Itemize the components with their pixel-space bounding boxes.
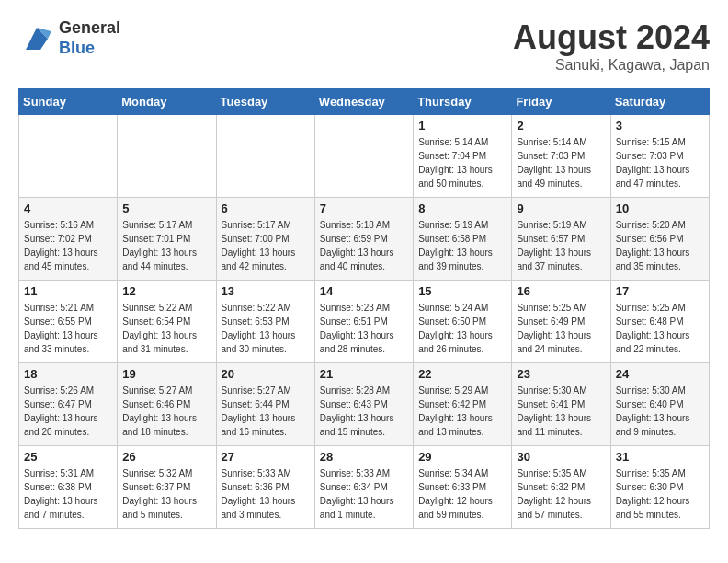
calendar-cell: 12Sunrise: 5:22 AM Sunset: 6:54 PM Dayli…: [118, 281, 216, 363]
logo-text: General Blue: [59, 18, 120, 58]
day-number: 19: [122, 367, 210, 381]
day-number: 16: [517, 284, 605, 298]
calendar-cell: 18Sunrise: 5:26 AM Sunset: 6:47 PM Dayli…: [19, 363, 118, 446]
weekday-header-thursday: Thursday: [414, 89, 512, 115]
calendar-week-3: 11Sunrise: 5:21 AM Sunset: 6:55 PM Dayli…: [19, 281, 710, 363]
day-number: 5: [122, 201, 210, 215]
day-info: Sunrise: 5:22 AM Sunset: 6:53 PM Dayligh…: [222, 301, 310, 356]
day-info: Sunrise: 5:26 AM Sunset: 6:47 PM Dayligh…: [24, 384, 112, 439]
day-info: Sunrise: 5:14 AM Sunset: 7:04 PM Dayligh…: [418, 135, 506, 190]
calendar-cell: 3Sunrise: 5:15 AM Sunset: 7:03 PM Daylig…: [610, 115, 709, 198]
day-number: 25: [24, 450, 112, 464]
weekday-header-tuesday: Tuesday: [216, 89, 314, 115]
logo: General Blue: [18, 18, 120, 58]
day-info: Sunrise: 5:30 AM Sunset: 6:40 PM Dayligh…: [616, 384, 704, 439]
calendar-table: SundayMondayTuesdayWednesdayThursdayFrid…: [18, 88, 710, 529]
calendar-cell: 6Sunrise: 5:17 AM Sunset: 7:00 PM Daylig…: [216, 198, 314, 281]
day-info: Sunrise: 5:14 AM Sunset: 7:03 PM Dayligh…: [517, 135, 605, 190]
calendar-cell: 11Sunrise: 5:21 AM Sunset: 6:55 PM Dayli…: [19, 281, 118, 363]
day-number: 8: [418, 201, 506, 215]
day-number: 30: [517, 450, 605, 464]
calendar-cell: 29Sunrise: 5:34 AM Sunset: 6:33 PM Dayli…: [414, 446, 512, 529]
calendar-cell: 28Sunrise: 5:33 AM Sunset: 6:34 PM Dayli…: [314, 446, 413, 529]
day-info: Sunrise: 5:27 AM Sunset: 6:44 PM Dayligh…: [222, 384, 310, 439]
calendar-cell: 17Sunrise: 5:25 AM Sunset: 6:48 PM Dayli…: [610, 281, 709, 363]
day-number: 31: [616, 450, 704, 464]
calendar-cell: 25Sunrise: 5:31 AM Sunset: 6:38 PM Dayli…: [19, 446, 118, 529]
day-number: 18: [24, 367, 112, 381]
calendar-cell: 9Sunrise: 5:19 AM Sunset: 6:57 PM Daylig…: [512, 198, 610, 281]
day-info: Sunrise: 5:16 AM Sunset: 7:02 PM Dayligh…: [24, 218, 112, 273]
calendar-week-1: 1Sunrise: 5:14 AM Sunset: 7:04 PM Daylig…: [19, 115, 710, 198]
day-number: 27: [222, 450, 310, 464]
calendar-cell: 26Sunrise: 5:32 AM Sunset: 6:37 PM Dayli…: [118, 446, 216, 529]
day-number: 20: [222, 367, 310, 381]
day-info: Sunrise: 5:33 AM Sunset: 6:36 PM Dayligh…: [222, 466, 310, 522]
calendar-cell: 20Sunrise: 5:27 AM Sunset: 6:44 PM Dayli…: [216, 363, 314, 446]
day-info: Sunrise: 5:30 AM Sunset: 6:41 PM Dayligh…: [517, 384, 605, 439]
day-number: 6: [222, 201, 310, 215]
calendar-cell: 4Sunrise: 5:16 AM Sunset: 7:02 PM Daylig…: [19, 198, 118, 281]
calendar-cell: 15Sunrise: 5:24 AM Sunset: 6:50 PM Dayli…: [414, 281, 512, 363]
calendar-cell: 1Sunrise: 5:14 AM Sunset: 7:04 PM Daylig…: [414, 115, 512, 198]
calendar-cell: 16Sunrise: 5:25 AM Sunset: 6:49 PM Dayli…: [512, 281, 610, 363]
calendar-cell: 23Sunrise: 5:30 AM Sunset: 6:41 PM Dayli…: [512, 363, 610, 446]
calendar-cell: 27Sunrise: 5:33 AM Sunset: 6:36 PM Dayli…: [216, 446, 314, 529]
calendar-week-2: 4Sunrise: 5:16 AM Sunset: 7:02 PM Daylig…: [19, 198, 710, 281]
weekday-header-saturday: Saturday: [610, 89, 709, 115]
day-number: 13: [222, 284, 310, 298]
calendar-cell: 24Sunrise: 5:30 AM Sunset: 6:40 PM Dayli…: [610, 363, 709, 446]
day-info: Sunrise: 5:35 AM Sunset: 6:32 PM Dayligh…: [517, 466, 605, 522]
day-number: 4: [24, 201, 112, 215]
day-info: Sunrise: 5:31 AM Sunset: 6:38 PM Dayligh…: [24, 466, 112, 522]
calendar-cell: 30Sunrise: 5:35 AM Sunset: 6:32 PM Dayli…: [512, 446, 610, 529]
weekday-header-friday: Friday: [512, 89, 610, 115]
calendar-cell: 2Sunrise: 5:14 AM Sunset: 7:03 PM Daylig…: [512, 115, 610, 198]
day-number: 12: [122, 284, 210, 298]
calendar-cell: 31Sunrise: 5:35 AM Sunset: 6:30 PM Dayli…: [610, 446, 709, 529]
day-info: Sunrise: 5:17 AM Sunset: 7:01 PM Dayligh…: [122, 218, 210, 273]
day-number: 2: [517, 119, 605, 132]
day-number: 3: [616, 119, 704, 132]
day-info: Sunrise: 5:34 AM Sunset: 6:33 PM Dayligh…: [418, 466, 506, 522]
calendar-cell: [216, 115, 314, 198]
day-number: 7: [320, 201, 408, 215]
calendar-cell: [19, 115, 118, 198]
calendar-cell: [118, 115, 216, 198]
day-info: Sunrise: 5:23 AM Sunset: 6:51 PM Dayligh…: [320, 301, 408, 356]
day-info: Sunrise: 5:33 AM Sunset: 6:34 PM Dayligh…: [320, 466, 408, 522]
calendar-week-5: 25Sunrise: 5:31 AM Sunset: 6:38 PM Dayli…: [19, 446, 710, 529]
day-number: 17: [616, 284, 704, 298]
weekday-header-wednesday: Wednesday: [314, 89, 413, 115]
calendar-subtitle: Sanuki, Kagawa, Japan: [513, 57, 710, 74]
calendar-cell: 8Sunrise: 5:19 AM Sunset: 6:58 PM Daylig…: [414, 198, 512, 281]
calendar-cell: 10Sunrise: 5:20 AM Sunset: 6:56 PM Dayli…: [610, 198, 709, 281]
calendar-cell: [314, 115, 413, 198]
calendar-cell: 22Sunrise: 5:29 AM Sunset: 6:42 PM Dayli…: [414, 363, 512, 446]
day-number: 9: [517, 201, 605, 215]
day-number: 22: [418, 367, 506, 381]
weekday-header-monday: Monday: [118, 89, 216, 115]
calendar-title: August 2024: [513, 18, 710, 57]
day-info: Sunrise: 5:15 AM Sunset: 7:03 PM Dayligh…: [616, 135, 704, 190]
day-number: 26: [122, 450, 210, 464]
day-info: Sunrise: 5:32 AM Sunset: 6:37 PM Dayligh…: [122, 466, 210, 522]
day-info: Sunrise: 5:20 AM Sunset: 6:56 PM Dayligh…: [616, 218, 704, 273]
title-block: August 2024 Sanuki, Kagawa, Japan: [513, 18, 710, 74]
day-info: Sunrise: 5:19 AM Sunset: 6:58 PM Dayligh…: [418, 218, 506, 273]
calendar-cell: 5Sunrise: 5:17 AM Sunset: 7:01 PM Daylig…: [118, 198, 216, 281]
weekday-header-row: SundayMondayTuesdayWednesdayThursdayFrid…: [19, 89, 710, 115]
day-number: 29: [418, 450, 506, 464]
page-header: General Blue August 2024 Sanuki, Kagawa,…: [18, 18, 710, 74]
day-info: Sunrise: 5:25 AM Sunset: 6:48 PM Dayligh…: [616, 301, 704, 356]
day-info: Sunrise: 5:29 AM Sunset: 6:42 PM Dayligh…: [418, 384, 506, 439]
day-info: Sunrise: 5:18 AM Sunset: 6:59 PM Dayligh…: [320, 218, 408, 273]
day-number: 23: [517, 367, 605, 381]
day-info: Sunrise: 5:27 AM Sunset: 6:46 PM Dayligh…: [122, 384, 210, 439]
day-info: Sunrise: 5:24 AM Sunset: 6:50 PM Dayligh…: [418, 301, 506, 356]
weekday-header-sunday: Sunday: [19, 89, 118, 115]
calendar-week-4: 18Sunrise: 5:26 AM Sunset: 6:47 PM Dayli…: [19, 363, 710, 446]
day-number: 10: [616, 201, 704, 215]
day-info: Sunrise: 5:21 AM Sunset: 6:55 PM Dayligh…: [24, 301, 112, 356]
calendar-cell: 19Sunrise: 5:27 AM Sunset: 6:46 PM Dayli…: [118, 363, 216, 446]
